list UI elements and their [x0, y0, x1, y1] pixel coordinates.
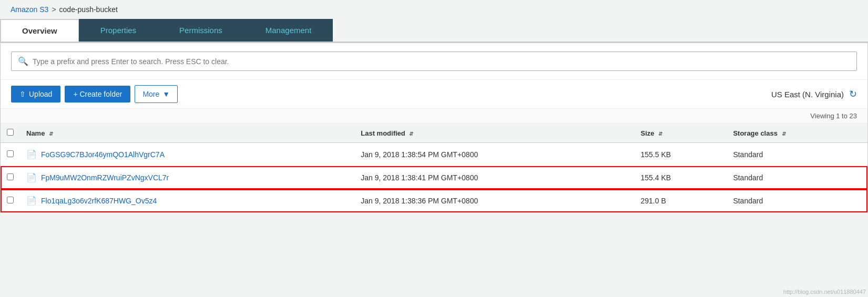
tab-management[interactable]: Management	[244, 19, 333, 42]
table-row: 📄 Flo1qaLg3o6v2rfK687HWG_Ov5z4 Jan 9, 20…	[1, 189, 867, 212]
more-button[interactable]: More ▼	[135, 85, 178, 103]
breadcrumb-current: code-push-bucket	[59, 5, 118, 14]
search-input-wrapper: 🔍	[11, 52, 857, 71]
tabs-bar: Overview Properties Permissions Manageme…	[0, 19, 868, 43]
breadcrumb-parent-link[interactable]: Amazon S3	[11, 5, 48, 14]
table-row: 📄 FpM9uMW2OnmRZWruiPZvNgxVCL7r Jan 9, 20…	[1, 166, 867, 189]
select-all-checkbox[interactable]	[7, 129, 14, 136]
col-header-last-modified: Last modified ⇵	[354, 124, 634, 143]
row-name-cell: 📄 FoGSG9C7BJor46ymQO1AlhVgrC7A	[20, 143, 354, 166]
create-folder-button[interactable]: + Create folder	[65, 86, 130, 103]
row-name-cell: 📄 FpM9uMW2OnmRZWruiPZvNgxVCL7r	[20, 166, 354, 189]
sort-icon-name[interactable]: ⇵	[49, 131, 53, 137]
file-name-link[interactable]: FoGSG9C7BJor46ymQO1AlhVgrC7A	[41, 150, 165, 159]
tab-properties[interactable]: Properties	[79, 19, 158, 42]
row-name-cell: 📄 Flo1qaLg3o6v2rfK687HWG_Ov5z4	[20, 189, 354, 212]
col-header-storage-class: Storage class ⇵	[727, 124, 867, 143]
tab-permissions[interactable]: Permissions	[158, 19, 244, 42]
upload-icon: ⇧	[19, 90, 26, 98]
chevron-down-icon: ▼	[162, 90, 170, 98]
refresh-icon[interactable]: ↻	[849, 88, 857, 100]
region-label: US East (N. Virginia)	[771, 90, 844, 99]
sort-icon-size[interactable]: ⇵	[658, 131, 662, 137]
row-last-modified: Jan 9, 2018 1:38:41 PM GMT+0800	[354, 166, 634, 189]
row-checkbox[interactable]	[7, 197, 14, 203]
row-last-modified: Jan 9, 2018 1:38:36 PM GMT+0800	[354, 189, 634, 212]
row-checkbox[interactable]	[7, 173, 14, 180]
file-icon: 📄	[26, 196, 37, 206]
row-checkbox-cell	[1, 166, 20, 189]
col-header-name: Name ⇵	[20, 124, 354, 143]
search-input[interactable]	[33, 57, 850, 66]
tab-overview[interactable]: Overview	[0, 19, 79, 42]
file-table: Name ⇵ Last modified ⇵ Size ⇵ Storage cl…	[1, 124, 867, 212]
row-checkbox-cell	[1, 189, 20, 212]
row-size: 291.0 B	[635, 189, 727, 212]
upload-button[interactable]: ⇧ Upload	[11, 86, 60, 103]
row-storage-class: Standard	[727, 189, 867, 212]
table-header-row: Name ⇵ Last modified ⇵ Size ⇵ Storage cl…	[1, 124, 867, 143]
row-storage-class: Standard	[727, 143, 867, 166]
viewing-count: Viewing 1 to 23	[810, 112, 857, 120]
search-area: 🔍	[1, 43, 867, 80]
row-size: 155.5 KB	[635, 143, 727, 166]
sort-icon-modified[interactable]: ⇵	[409, 131, 413, 137]
file-name-link[interactable]: FpM9uMW2OnmRZWruiPZvNgxVCL7r	[41, 173, 169, 182]
col-header-size: Size ⇵	[635, 124, 727, 143]
main-content: 🔍 ⇧ Upload + Create folder More ▼ US Eas…	[0, 43, 868, 213]
breadcrumb-separator: >	[52, 5, 56, 14]
search-icon: 🔍	[18, 56, 28, 66]
file-icon: 📄	[26, 149, 37, 159]
breadcrumb: Amazon S3 > code-push-bucket	[0, 0, 868, 19]
toolbar-left: ⇧ Upload + Create folder More ▼	[11, 85, 178, 103]
table-row: 📄 FoGSG9C7BJor46ymQO1AlhVgrC7A Jan 9, 20…	[1, 143, 867, 166]
select-all-header	[1, 124, 20, 143]
row-storage-class: Standard	[727, 166, 867, 189]
sort-icon-storage[interactable]: ⇵	[782, 131, 786, 137]
file-name-link[interactable]: Flo1qaLg3o6v2rfK687HWG_Ov5z4	[41, 197, 157, 205]
row-size: 155.4 KB	[635, 166, 727, 189]
row-last-modified: Jan 9, 2018 1:38:54 PM GMT+0800	[354, 143, 634, 166]
toolbar: ⇧ Upload + Create folder More ▼ US East …	[1, 80, 867, 109]
file-icon: 📄	[26, 172, 37, 182]
viewing-bar: Viewing 1 to 23	[1, 109, 867, 124]
row-checkbox-cell	[1, 143, 20, 166]
toolbar-right: US East (N. Virginia) ↻	[771, 88, 857, 100]
row-checkbox[interactable]	[7, 150, 14, 157]
